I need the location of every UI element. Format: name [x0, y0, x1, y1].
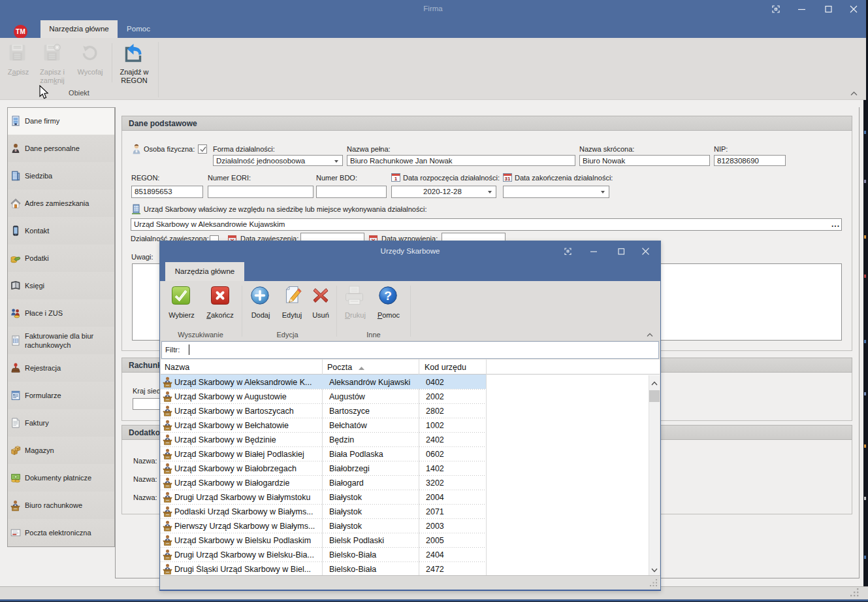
svg-text:1: 1: [394, 176, 398, 182]
svg-text:?: ?: [384, 289, 392, 303]
svg-text:31: 31: [505, 176, 511, 182]
